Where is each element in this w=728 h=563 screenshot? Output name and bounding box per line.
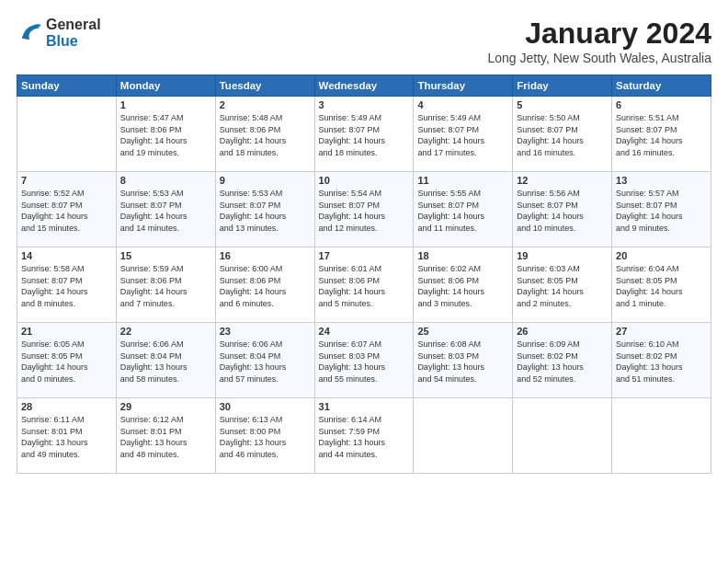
header-cell-tuesday: Tuesday: [215, 75, 314, 97]
day-number: 20: [616, 250, 707, 261]
page: General Blue January 2024 Long Jetty, Ne…: [0, 0, 728, 483]
day-number: 7: [21, 175, 112, 186]
day-info: Sunrise: 5:54 AMSunset: 8:07 PMDaylight:…: [319, 188, 410, 234]
calendar-cell: 8Sunrise: 5:53 AMSunset: 8:07 PMDaylight…: [116, 172, 215, 247]
calendar-week-5: 28Sunrise: 6:11 AMSunset: 8:01 PMDayligh…: [17, 398, 711, 474]
day-info: Sunrise: 6:04 AMSunset: 8:05 PMDaylight:…: [616, 263, 707, 309]
day-info: Sunrise: 5:53 AMSunset: 8:07 PMDaylight:…: [220, 188, 311, 234]
calendar-cell: [513, 398, 612, 474]
day-info: Sunrise: 5:57 AMSunset: 8:07 PMDaylight:…: [616, 188, 707, 234]
day-info: Sunrise: 5:59 AMSunset: 8:06 PMDaylight:…: [120, 263, 211, 309]
day-number: 30: [220, 401, 311, 412]
calendar-week-3: 14Sunrise: 5:58 AMSunset: 8:07 PMDayligh…: [17, 247, 711, 323]
calendar-cell: [414, 398, 513, 474]
day-info: Sunrise: 6:05 AMSunset: 8:05 PMDaylight:…: [21, 339, 112, 385]
calendar-cell: [17, 97, 117, 172]
calendar-cell: 19Sunrise: 6:03 AMSunset: 8:05 PMDayligh…: [513, 247, 612, 323]
day-number: 28: [21, 401, 112, 412]
calendar-cell: 7Sunrise: 5:52 AMSunset: 8:07 PMDaylight…: [17, 172, 117, 247]
calendar-cell: 9Sunrise: 5:53 AMSunset: 8:07 PMDaylight…: [215, 172, 314, 247]
calendar-cell: 30Sunrise: 6:13 AMSunset: 8:00 PMDayligh…: [215, 398, 314, 474]
calendar-cell: 23Sunrise: 6:06 AMSunset: 8:04 PMDayligh…: [215, 323, 314, 398]
day-number: 17: [319, 250, 410, 261]
day-number: 31: [319, 401, 410, 412]
day-info: Sunrise: 6:02 AMSunset: 8:06 PMDaylight:…: [417, 263, 508, 309]
day-info: Sunrise: 5:53 AMSunset: 8:07 PMDaylight:…: [120, 188, 211, 234]
day-number: 29: [120, 401, 211, 412]
logo: General Blue: [17, 17, 101, 49]
day-info: Sunrise: 6:12 AMSunset: 8:01 PMDaylight:…: [120, 414, 211, 460]
day-number: 21: [21, 326, 112, 337]
day-info: Sunrise: 6:01 AMSunset: 8:06 PMDaylight:…: [319, 263, 410, 309]
day-number: 6: [616, 99, 707, 110]
day-info: Sunrise: 6:06 AMSunset: 8:04 PMDaylight:…: [120, 339, 211, 385]
day-info: Sunrise: 5:49 AMSunset: 8:07 PMDaylight:…: [417, 112, 508, 158]
day-number: 5: [517, 99, 608, 110]
calendar-cell: 27Sunrise: 6:10 AMSunset: 8:02 PMDayligh…: [612, 323, 711, 398]
calendar-cell: 28Sunrise: 6:11 AMSunset: 8:01 PMDayligh…: [17, 398, 117, 474]
header: General Blue January 2024 Long Jetty, Ne…: [17, 17, 711, 65]
day-info: Sunrise: 6:03 AMSunset: 8:05 PMDaylight:…: [517, 263, 608, 309]
day-number: 22: [120, 326, 211, 337]
calendar-cell: 2Sunrise: 5:48 AMSunset: 8:06 PMDaylight…: [215, 97, 314, 172]
day-number: 3: [319, 99, 410, 110]
calendar-cell: 15Sunrise: 5:59 AMSunset: 8:06 PMDayligh…: [116, 247, 215, 323]
day-info: Sunrise: 5:58 AMSunset: 8:07 PMDaylight:…: [21, 263, 112, 309]
day-info: Sunrise: 6:13 AMSunset: 8:00 PMDaylight:…: [220, 414, 311, 460]
day-info: Sunrise: 6:14 AMSunset: 7:59 PMDaylight:…: [319, 414, 410, 460]
calendar-week-4: 21Sunrise: 6:05 AMSunset: 8:05 PMDayligh…: [17, 323, 711, 398]
day-number: 27: [616, 326, 707, 337]
header-cell-sunday: Sunday: [17, 75, 117, 97]
calendar-cell: 13Sunrise: 5:57 AMSunset: 8:07 PMDayligh…: [612, 172, 711, 247]
day-info: Sunrise: 6:10 AMSunset: 8:02 PMDaylight:…: [616, 339, 707, 385]
day-number: 25: [417, 326, 508, 337]
title-area: January 2024 Long Jetty, New South Wales…: [487, 17, 711, 65]
day-info: Sunrise: 5:56 AMSunset: 8:07 PMDaylight:…: [517, 188, 608, 234]
calendar-week-2: 7Sunrise: 5:52 AMSunset: 8:07 PMDaylight…: [17, 172, 711, 247]
calendar-cell: 16Sunrise: 6:00 AMSunset: 8:06 PMDayligh…: [215, 247, 314, 323]
day-number: 4: [417, 99, 508, 110]
calendar-table: SundayMondayTuesdayWednesdayThursdayFrid…: [17, 75, 711, 474]
day-number: 16: [220, 250, 311, 261]
header-cell-thursday: Thursday: [414, 75, 513, 97]
day-number: 24: [319, 326, 410, 337]
calendar-cell: 5Sunrise: 5:50 AMSunset: 8:07 PMDaylight…: [513, 97, 612, 172]
day-info: Sunrise: 6:07 AMSunset: 8:03 PMDaylight:…: [319, 339, 410, 385]
day-info: Sunrise: 6:09 AMSunset: 8:02 PMDaylight:…: [517, 339, 608, 385]
calendar-cell: 6Sunrise: 5:51 AMSunset: 8:07 PMDaylight…: [612, 97, 711, 172]
day-info: Sunrise: 6:00 AMSunset: 8:06 PMDaylight:…: [220, 263, 311, 309]
header-cell-monday: Monday: [116, 75, 215, 97]
calendar-cell: 29Sunrise: 6:12 AMSunset: 8:01 PMDayligh…: [116, 398, 215, 474]
day-info: Sunrise: 5:49 AMSunset: 8:07 PMDaylight:…: [319, 112, 410, 158]
header-cell-saturday: Saturday: [612, 75, 711, 97]
day-number: 13: [616, 175, 707, 186]
day-number: 18: [417, 250, 508, 261]
day-info: Sunrise: 5:48 AMSunset: 8:06 PMDaylight:…: [220, 112, 311, 158]
day-info: Sunrise: 6:11 AMSunset: 8:01 PMDaylight:…: [21, 414, 112, 460]
day-number: 23: [220, 326, 311, 337]
calendar-cell: [612, 398, 711, 474]
day-number: 14: [21, 250, 112, 261]
calendar-cell: 17Sunrise: 6:01 AMSunset: 8:06 PMDayligh…: [314, 247, 414, 323]
day-info: Sunrise: 5:50 AMSunset: 8:07 PMDaylight:…: [517, 112, 608, 158]
calendar-cell: 26Sunrise: 6:09 AMSunset: 8:02 PMDayligh…: [513, 323, 612, 398]
day-info: Sunrise: 5:52 AMSunset: 8:07 PMDaylight:…: [21, 188, 112, 234]
day-number: 8: [120, 175, 211, 186]
day-info: Sunrise: 5:51 AMSunset: 8:07 PMDaylight:…: [616, 112, 707, 158]
calendar-cell: 3Sunrise: 5:49 AMSunset: 8:07 PMDaylight…: [314, 97, 414, 172]
calendar-cell: 21Sunrise: 6:05 AMSunset: 8:05 PMDayligh…: [17, 323, 117, 398]
day-info: Sunrise: 5:47 AMSunset: 8:06 PMDaylight:…: [120, 112, 211, 158]
calendar-cell: 24Sunrise: 6:07 AMSunset: 8:03 PMDayligh…: [314, 323, 414, 398]
location: Long Jetty, New South Wales, Australia: [487, 51, 711, 65]
calendar-cell: 11Sunrise: 5:55 AMSunset: 8:07 PMDayligh…: [414, 172, 513, 247]
day-number: 2: [220, 99, 311, 110]
header-row: SundayMondayTuesdayWednesdayThursdayFrid…: [17, 75, 711, 97]
logo-text: General Blue: [46, 17, 101, 49]
day-number: 10: [319, 175, 410, 186]
day-number: 1: [120, 99, 211, 110]
day-number: 9: [220, 175, 311, 186]
calendar-cell: 10Sunrise: 5:54 AMSunset: 8:07 PMDayligh…: [314, 172, 414, 247]
calendar-cell: 14Sunrise: 5:58 AMSunset: 8:07 PMDayligh…: [17, 247, 117, 323]
header-cell-wednesday: Wednesday: [314, 75, 414, 97]
day-info: Sunrise: 6:06 AMSunset: 8:04 PMDaylight:…: [220, 339, 311, 385]
